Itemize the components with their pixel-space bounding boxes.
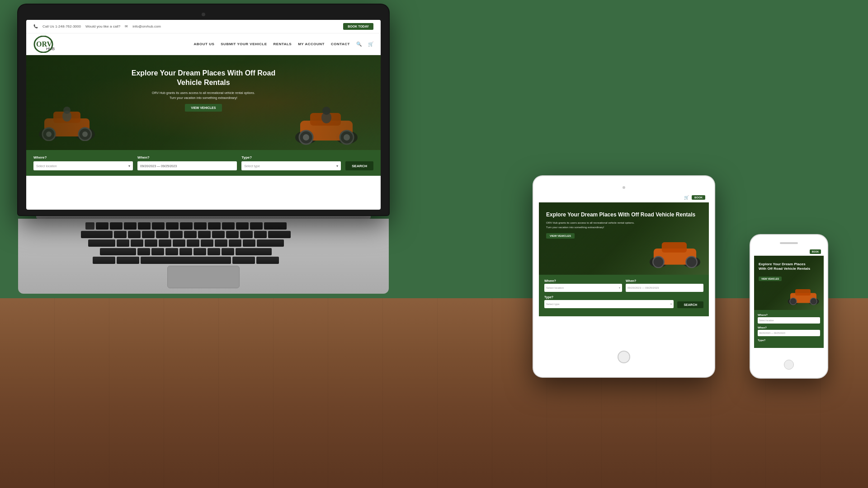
svg-point-19 (303, 134, 309, 141)
where-placeholder: Select location (36, 164, 57, 168)
trackpad[interactable] (167, 266, 240, 288)
when-input[interactable]: 09/20/2023 — 09/25/2023 (137, 161, 237, 170)
phone-search-bar: Where? Select location When? 09/20/2023 … (754, 310, 824, 348)
phone-outer: BOOK Explore Your Dream Places With Off … (750, 235, 827, 378)
svg-rect-32 (795, 289, 811, 296)
hero-heading: Explore Your Dream Places With Off Road … (122, 69, 285, 88)
phone-hero-heading: Explore Your Dream Places With Off Road … (759, 262, 813, 272)
nav-account[interactable]: MY ACCOUNT (298, 42, 325, 46)
phone-hero: Explore Your Dream Places With Off Road … (754, 256, 824, 310)
search-icon[interactable]: 🔍 (356, 42, 362, 47)
type-placeholder: Select type (244, 164, 260, 168)
atv-right-icon (290, 105, 363, 145)
tablet-where-placeholder: Select location (546, 284, 564, 292)
tablet-home-button[interactable] (618, 351, 630, 363)
svg-rect-26 (662, 242, 687, 253)
view-vehicles-button[interactable]: VIEW VEHICLES (185, 104, 222, 112)
svg-text:HUB: HUB (46, 47, 55, 51)
tablet-type-field: Type? Select type ▾ (544, 296, 674, 308)
hero-subtext2: Turn your vacation into something extrao… (122, 96, 285, 99)
tablet-outer: 🛒 BOOK Explore Your Dream Places With Of… (533, 176, 714, 377)
where-label: Where? (33, 155, 133, 160)
tablet-hero-content: Explore Your Dream Places With Off Road … (546, 211, 695, 239)
where-field: Where? Select location ▾ (33, 155, 133, 170)
tablet-search-button[interactable]: SEARCH (677, 301, 703, 308)
tablet-when-label: When? (626, 279, 703, 282)
tablet-type-label: Type? (544, 296, 674, 299)
phone-when-label: When? (758, 326, 820, 329)
tablet-type-chevron-icon: ▾ (670, 300, 672, 308)
cart-icon[interactable]: 🛒 (368, 42, 373, 47)
laptop-camera (202, 13, 205, 16)
nav-contact[interactable]: CONTACT (331, 42, 350, 46)
search-button[interactable]: SEARCH (345, 161, 373, 170)
phone-topbar: BOOK (754, 248, 824, 256)
nav-submit[interactable]: SUBMIT YOUR VEHICLE (221, 42, 267, 46)
laptop-keyboard-area (18, 219, 389, 294)
topbar-phone-cta: Would you like a call? (85, 24, 120, 28)
svg-point-27 (653, 257, 664, 267)
table-surface (0, 298, 868, 488)
phone-speaker (780, 242, 798, 244)
tablet-hero: Explore Your Dream Places With Off Road … (539, 202, 709, 275)
when-field: When? 09/20/2023 — 09/25/2023 (137, 155, 237, 170)
phone-when-input[interactable]: 09/20/2023 — 09/25/2023 (758, 330, 820, 336)
laptop-hinge (36, 215, 371, 219)
atv-left-icon (35, 105, 99, 141)
laptop-screen-outer: 📞 Call Us 1-248-762-3000 Would you like … (18, 5, 389, 215)
tablet-where-chevron-icon: ▾ (619, 284, 620, 292)
tablet-book-button[interactable]: BOOK (692, 195, 705, 200)
site-logo: ORV HUB (33, 36, 56, 53)
tablet-hero-heading: Explore Your Dream Places With Off Road … (546, 211, 695, 219)
phone-hero-content: Explore Your Dream Places With Off Road … (759, 262, 813, 282)
nav-rentals[interactable]: RENTALS (274, 42, 292, 46)
phone-where-field: Where? Select location (758, 314, 820, 324)
phone-screen: BOOK Explore Your Dream Places With Off … (754, 248, 824, 356)
tablet-cart-icon[interactable]: 🛒 (684, 195, 689, 200)
orv-logo-icon: ORV HUB (33, 36, 56, 53)
tablet-when-field: When? 09/20/2023 — 09/25/2023 (626, 279, 703, 292)
svg-point-33 (790, 298, 797, 305)
phone-home-button[interactable] (784, 360, 794, 370)
site-hero: Explore Your Dream Places With Off Road … (26, 55, 381, 150)
when-value: 09/20/2023 — 09/25/2023 (140, 164, 177, 168)
phone-type-label: Type? (758, 339, 820, 342)
tablet-hero-subtext2: Turn your vacation into something extrao… (546, 226, 695, 229)
tablet-where-label: Where? (544, 279, 622, 282)
svg-point-10 (82, 131, 88, 137)
phone: BOOK Explore Your Dream Places With Off … (750, 235, 827, 378)
tablet-where-field: Where? Select location ▾ (544, 279, 622, 292)
hero-subtext1: ORV Hub grants its users access to all r… (122, 91, 285, 94)
topbar-left: 📞 Call Us 1-248-762-3000 Would you like … (33, 24, 161, 28)
phone-view-vehicles-button[interactable]: VIEW VEHICLES (759, 277, 782, 281)
phone-where-select[interactable]: Select location (758, 317, 820, 324)
tablet-when-input[interactable]: 09/20/2023 — 09/25/2023 (626, 284, 703, 292)
phone-atv-icon (785, 283, 821, 308)
tablet-view-vehicles-button[interactable]: VIEW VEHICLES (546, 233, 575, 239)
type-field: Type? Select type ▾ (241, 155, 341, 170)
tablet-topbar: 🛒 BOOK (539, 192, 709, 202)
tablet-type-placeholder: Select type (546, 300, 560, 308)
phone-where-label: Where? (758, 314, 820, 316)
phone-where-placeholder: Select location (759, 319, 774, 322)
where-select[interactable]: Select location ▾ (33, 161, 133, 170)
chevron-down-icon: ▾ (128, 164, 130, 168)
nav-about[interactable]: ABOUT US (193, 42, 214, 46)
book-today-button[interactable]: BOOK TODAY (343, 23, 373, 30)
laptop: 📞 Call Us 1-248-762-3000 Would you like … (18, 5, 389, 294)
when-label: When? (137, 155, 237, 160)
topbar-phone: Call Us 1-248-762-3000 (42, 24, 81, 28)
tablet-where-select[interactable]: Select location ▾ (544, 284, 622, 292)
laptop-screen: 📞 Call Us 1-248-762-3000 Would you like … (26, 20, 381, 210)
type-select[interactable]: Select type ▾ (241, 161, 341, 170)
phone-book-button[interactable]: BOOK (810, 249, 821, 254)
tablet-atv-icon (646, 234, 704, 270)
svg-point-34 (810, 298, 817, 305)
svg-point-9 (46, 131, 52, 137)
type-chevron-icon: ▾ (336, 164, 338, 168)
tablet-type-select[interactable]: Select type ▾ (544, 300, 674, 308)
site-nav-links: ABOUT US SUBMIT YOUR VEHICLE RENTALS MY … (193, 42, 373, 47)
site-search-bar: Where? Select location ▾ When? 09/20/202… (26, 150, 381, 176)
tablet: 🛒 BOOK Explore Your Dream Places With Of… (533, 176, 714, 377)
tablet-hero-subtext1: ORV Hub grants its users access to all r… (546, 221, 695, 224)
